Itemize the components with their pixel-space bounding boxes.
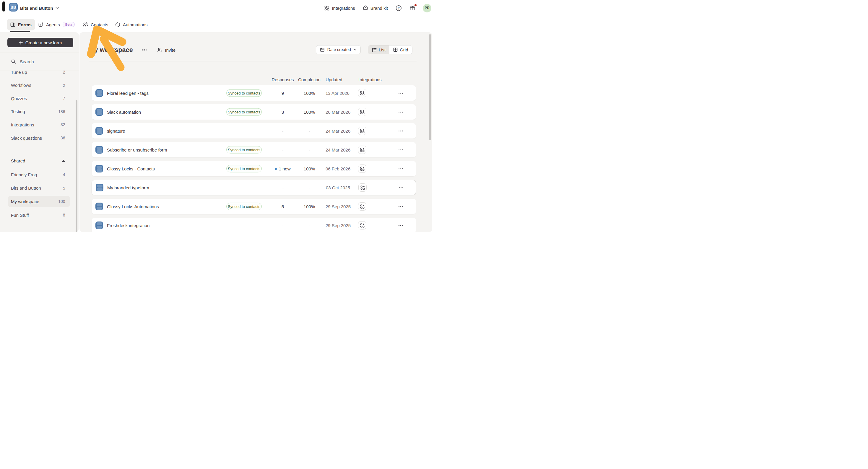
row-integrations-button[interactable] [358,221,366,229]
synced-badge: Synced to contacts [226,165,262,173]
tab-agents-label: Agents [46,22,60,27]
row-more-button[interactable] [397,89,405,97]
integrations-icon [360,223,365,228]
table-row[interactable]: Glossy Locks - Contacts Synced to contac… [92,161,416,176]
whats-new-button[interactable] [409,5,415,11]
sidebar-folder-item[interactable]: Slack questions 36 [8,132,70,144]
sidebar: Create a new form Search Tune up 2 Workf… [0,32,79,232]
updated-value: 29 Sep 2025 [326,204,351,209]
content-scrollbar[interactable] [429,34,431,140]
folder-count: 2 [63,70,65,74]
completion-value: - [292,185,327,190]
table-row[interactable]: signature - - 24 Mar 2026 [92,123,416,138]
form-thumbnail [95,202,103,210]
row-more-button[interactable] [397,164,405,173]
sidebar-folder-item[interactable]: My workspace 100 [8,196,70,207]
integrations-icon [360,110,365,114]
table-row[interactable]: Slack automation Synced to contacts 3 10… [92,104,416,120]
main-panel: My workspace Invite Date created List Gr… [80,32,432,232]
gift-icon [409,5,415,11]
synced-badge: Synced to contacts [226,146,262,154]
table-row[interactable]: My branded typeform - - 03 Oct 2025 [92,180,416,195]
folder-name: Bits and Button [11,185,41,190]
workspace-switcher[interactable]: Bits and Button [20,0,59,16]
row-integrations-button[interactable] [358,127,366,135]
sidebar-folder-item[interactable]: Tune up 2 [8,66,70,78]
integrations-icon [360,148,365,152]
help-button[interactable]: ? [396,5,402,11]
updated-value: 03 Oct 2025 [326,185,350,190]
calendar-icon [320,47,325,52]
row-integrations-button[interactable] [358,146,366,154]
completion-value: 100% [291,166,327,171]
row-more-button[interactable] [397,108,405,116]
sidebar-folder-item[interactable]: Fun Stuff 8 [8,209,70,221]
table-row[interactable]: Freshdesk integration - - 29 Sep 2025 [92,218,416,232]
folder-name: Friendly Frog [11,172,37,177]
updated-value: 24 Mar 2026 [326,128,350,133]
search-icon [11,59,16,64]
invite-label: Invite [165,48,176,53]
row-integrations-button[interactable] [358,164,366,173]
completion-value: 100% [291,91,327,96]
responses-value: 1 new [279,166,290,171]
table-row[interactable]: Floral lead gen - tags Synced to contact… [92,85,416,101]
form-thumbnail [95,127,103,135]
workspace-logo[interactable]: BB [9,3,18,11]
row-more-button[interactable] [397,146,405,154]
invite-button[interactable]: Invite [157,47,176,53]
sidebar-folder-item[interactable]: Integrations 32 [8,119,70,130]
notification-dot [414,4,416,6]
invite-person-icon [157,47,162,53]
row-more-button[interactable] [397,221,405,229]
tab-forms-label: Forms [18,22,32,27]
responses-value: 9 [282,91,284,96]
sidebar-folder-item[interactable]: Testing 186 [8,106,70,117]
synced-badge: Synced to contacts [226,90,262,97]
responses-value: - [282,185,284,190]
integrations-menu[interactable]: Integrations [324,6,355,11]
row-more-button[interactable] [397,127,405,135]
user-avatar[interactable]: PR [423,4,431,12]
tab-forms[interactable]: Forms [7,19,35,30]
sidebar-folder-item[interactable]: Quizzes 7 [8,93,70,104]
row-integrations-button[interactable] [358,108,366,116]
column-completion: Completion [291,77,327,82]
table-row[interactable]: Subscribe or unsubscribe form Synced to … [92,142,416,157]
folder-name: Testing [11,109,25,114]
column-integrations: Integrations [359,77,381,82]
view-list-button[interactable]: List [368,45,390,54]
row-more-button[interactable] [397,202,405,211]
sidebar-folder-item[interactable]: Friendly Frog 4 [8,169,70,180]
sidebar-folder-item[interactable]: Bits and Button 5 [8,183,70,194]
sidebar-folder-item[interactable]: Workflows 2 [8,80,70,91]
divider [89,61,416,61]
form-name: Glossy Locks Automations [107,204,159,209]
workspace-options-button[interactable] [140,48,149,52]
top-bar: BB Bits and Button Integrations Brand ki… [0,0,434,16]
table-row[interactable]: Glossy Locks Automations Synced to conta… [92,199,416,214]
integrations-icon [360,91,365,95]
row-more-button[interactable] [397,183,405,192]
workspace-name: Bits and Button [20,6,53,11]
row-integrations-button[interactable] [359,183,367,192]
tab-agents[interactable]: Agents Beta [35,19,78,30]
row-integrations-button[interactable] [358,202,366,211]
brand-kit-menu[interactable]: Brand kit [363,5,388,11]
view-grid-button[interactable]: Grid [390,45,412,54]
chevron-down-icon [56,7,59,9]
row-integrations-button[interactable] [358,89,366,97]
form-name: Glossy Locks - Contacts [107,166,155,171]
tab-automations[interactable]: Automations [112,19,151,30]
create-new-form-label: Create a new form [25,40,62,45]
avatar-initials: PR [425,6,430,10]
form-name: Subscribe or unsubscribe form [107,147,167,152]
create-new-form-button[interactable]: Create a new form [7,38,73,47]
column-updated: Updated [326,77,342,82]
sidebar-scrollbar[interactable] [75,100,78,232]
tab-contacts[interactable]: Contacts [79,19,112,30]
updated-value: 26 Mar 2026 [326,110,350,115]
sort-dropdown[interactable]: Date created [316,45,361,54]
shared-section-toggle[interactable]: Shared [8,155,70,166]
sidebar-collapse-handle[interactable] [2,1,5,11]
